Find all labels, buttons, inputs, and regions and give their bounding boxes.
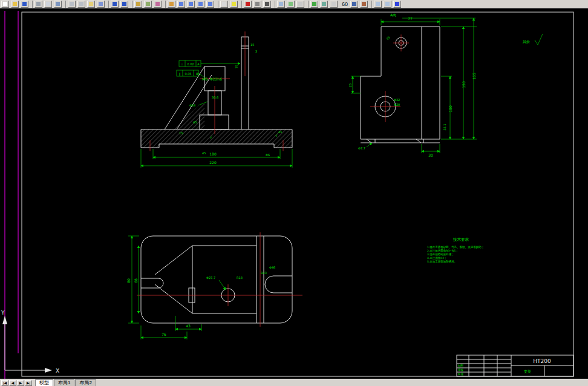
zoom-extents-icon[interactable] (206, 1, 214, 8)
dim-label[interactable]: 45 (278, 130, 282, 134)
material-label[interactable]: HT200 (533, 358, 551, 364)
dim-label[interactable]: 15 (250, 43, 254, 47)
publish-icon[interactable] (54, 1, 62, 8)
dim-label[interactable]: 76 (162, 332, 166, 336)
next-layout-button[interactable]: ▶ (17, 380, 24, 386)
save-icon[interactable] (21, 1, 28, 8)
help-icon[interactable] (393, 1, 401, 8)
front-view-dimensions[interactable]: ⊥ 0.02 A ∥ 0.05 B M6 Φ22h6 30.6 Φ14 45 1… (141, 43, 292, 168)
notes-line[interactable]: 1.铸件不得有砂眼、气孔、裂纹、夹渣等缺陷； (427, 245, 484, 249)
dim-label[interactable]: 68 (134, 278, 138, 283)
tolerance-symbol[interactable]: ⊥ (181, 62, 183, 66)
new-icon[interactable] (1, 1, 9, 8)
dim-label[interactable]: 25 (385, 35, 391, 41)
dim-label[interactable]: Φ14 (189, 103, 195, 107)
layer-control-icon[interactable] (230, 1, 238, 8)
rotate-icon[interactable] (384, 1, 391, 8)
dist-icon[interactable] (310, 1, 318, 8)
notes-title[interactable]: 技术要求 (452, 237, 469, 242)
title-block[interactable]: HT200 支架 制图 审核 批准 (457, 355, 573, 376)
dim-label[interactable]: Φ20 (394, 103, 400, 106)
dim-label[interactable]: 80 (126, 278, 131, 283)
top-view[interactable] (137, 232, 302, 327)
tolerance-value[interactable]: 0.02 (187, 62, 194, 66)
hatch-icon[interactable] (154, 1, 162, 8)
dbconnect-icon[interactable] (350, 1, 358, 8)
dim-label[interactable]: 45 (202, 151, 206, 155)
open-icon[interactable] (11, 1, 19, 8)
lineweight-control-icon[interactable] (263, 1, 271, 8)
tab-模型[interactable]: 模型 (35, 379, 53, 386)
drawing-area[interactable]: ⊥ 0.02 A ∥ 0.05 B M6 Φ22h6 30.6 Φ14 45 1… (0, 8, 588, 379)
first-layout-button[interactable]: |◀ (1, 380, 8, 386)
tab-布局1[interactable]: 布局1 (54, 379, 74, 386)
list-icon[interactable] (330, 1, 338, 8)
part-name[interactable]: 支架 (524, 369, 531, 374)
plot-preview-icon[interactable] (44, 1, 52, 8)
tab-布局2[interactable]: 布局2 (75, 379, 96, 386)
dim-label[interactable]: 45 (193, 120, 197, 124)
dim-label[interactable]: M6 (202, 77, 207, 81)
roughness-prefix[interactable]: 其余 (523, 39, 530, 44)
dim-label[interactable]: Φ7.7 (358, 146, 365, 150)
tolerance-datum[interactable]: B (196, 72, 198, 76)
dim-label[interactable]: 165 (472, 73, 476, 80)
dim-label[interactable]: Φ46 (269, 266, 275, 269)
notes-line[interactable]: 3.铸件须经时效处理； (427, 252, 454, 256)
layers-icon[interactable] (220, 1, 228, 8)
plot-icon[interactable] (34, 1, 42, 8)
zoom-window-icon[interactable] (187, 1, 195, 8)
dim-label[interactable]: 180 (209, 152, 217, 156)
roughness-mark[interactable]: √ (275, 133, 278, 137)
tolerance-symbol[interactable]: ∥ (179, 72, 181, 76)
dim-label[interactable]: 25 (348, 83, 352, 87)
dim-label[interactable]: 43 (186, 324, 191, 328)
markup-icon[interactable] (360, 1, 368, 8)
drawing-canvas[interactable]: ⊥ 0.02 A ∥ 0.05 B M6 Φ22h6 30.6 Φ14 45 1… (0, 8, 588, 379)
dim-label[interactable]: R18 (237, 276, 243, 280)
dim-label[interactable]: Φ6 (266, 153, 270, 157)
tolerance-datum[interactable]: A (197, 62, 200, 66)
dim-label[interactable]: 150 (462, 81, 466, 88)
dim-label[interactable]: 75 (235, 65, 238, 68)
paste-icon[interactable] (87, 1, 95, 8)
dim-label[interactable]: 3 (255, 50, 257, 53)
sheet-frame[interactable] (5, 11, 573, 379)
dim-label[interactable]: 100 (448, 105, 452, 113)
side-view-dimensions[interactable]: A向 77 25 Φ32 Φ20 150 165 100 30 25 32.1 … (348, 13, 477, 157)
surface-roughness-note[interactable]: 其余 (523, 34, 543, 45)
notes-line[interactable]: 5.非加工表面涂防锈漆。 (427, 260, 457, 264)
dim-label[interactable]: Φ22h6 (210, 77, 222, 81)
dim-label[interactable]: R23 (261, 271, 267, 275)
color-control-icon[interactable] (244, 1, 252, 8)
dim-label[interactable]: 77 (408, 16, 413, 21)
dim-label[interactable]: 32.1 (443, 123, 446, 130)
insert-block-icon[interactable] (134, 1, 142, 8)
table-style-icon[interactable] (296, 1, 304, 8)
text-style-icon[interactable] (277, 1, 285, 8)
tolerance-value[interactable]: 0.05 (185, 72, 191, 76)
cut-icon[interactable] (68, 1, 76, 8)
front-view[interactable] (141, 31, 292, 151)
zoom-previous-icon[interactable] (197, 1, 204, 8)
dim-label[interactable]: 30.6 (212, 96, 218, 99)
dim-label[interactable]: 220 (209, 160, 217, 165)
dim-style-icon[interactable] (287, 1, 295, 8)
linetype-control-icon[interactable] (253, 1, 261, 8)
side-view[interactable] (361, 27, 440, 143)
undo-icon[interactable] (111, 1, 119, 8)
roughness-mark[interactable]: √ (210, 135, 212, 139)
view-label[interactable]: A向 (390, 13, 396, 17)
move-icon[interactable] (374, 1, 382, 8)
last-layout-button[interactable]: ▶| (25, 380, 32, 386)
copy-icon[interactable] (77, 1, 85, 8)
area-icon[interactable] (320, 1, 328, 8)
dim-label[interactable]: 15 (179, 131, 183, 135)
xref-icon[interactable] (144, 1, 152, 8)
technical-notes[interactable]: 技术要求 1.铸件不得有砂眼、气孔、裂纹、夹渣等缺陷； 2.未注铸造圆角R3~R… (427, 237, 484, 264)
redo-icon[interactable] (120, 1, 128, 8)
dim-label[interactable]: Φ32 (394, 98, 400, 102)
zoom-realtime-icon[interactable] (177, 1, 185, 8)
dim-label[interactable]: 30 (428, 153, 433, 157)
dim-label[interactable]: Φ27.7 (206, 276, 215, 280)
